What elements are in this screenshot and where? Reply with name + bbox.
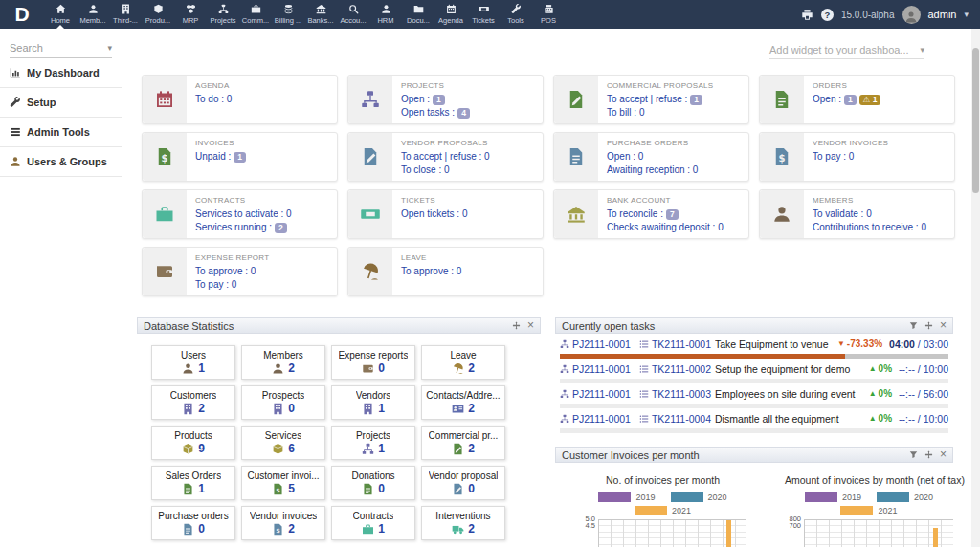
nav-item-memb[interactable]: Memb... (77, 0, 109, 29)
scrollbar-thumb[interactable] (972, 48, 979, 193)
close-icon[interactable]: × (527, 321, 534, 330)
nav-item-projects[interactable]: Projects (207, 0, 239, 29)
printer-icon[interactable] (801, 9, 813, 21)
legend-swatch (598, 492, 631, 502)
task-link[interactable]: TK2111-0003 (652, 388, 711, 400)
task-link[interactable]: TK2111-0001 (652, 339, 711, 350)
nav-item-tools[interactable]: Tools (500, 0, 532, 29)
stat-products[interactable]: Products 9 (151, 426, 235, 460)
widget-vendor-invoices[interactable]: VENDOR INVOICES To pay : 0 (759, 132, 955, 182)
close-icon[interactable]: × (940, 450, 947, 459)
stat-contacts-addre[interactable]: Contacts/Addre... 2 (421, 385, 505, 420)
nav-item-docu[interactable]: Docu... (402, 0, 434, 29)
sidebar-item-label: Admin Tools (27, 126, 90, 138)
widget-icon (143, 133, 187, 181)
stat-icon (182, 362, 194, 375)
panel-title: Curently open tasks (562, 320, 909, 332)
search-input[interactable] (10, 42, 94, 54)
app-logo[interactable]: D (0, 0, 44, 29)
nav-item-comm[interactable]: Comm... (239, 0, 272, 29)
chevron-down-icon[interactable] (964, 10, 969, 19)
task-link[interactable]: TK2111-0004 (652, 413, 711, 425)
nav-item-tickets[interactable]: Tickets (467, 0, 500, 29)
widget-status-line: Checks awaiting deposit : 0 (607, 221, 724, 234)
stat-projects[interactable]: Projects 1 (331, 426, 415, 460)
avatar[interactable] (902, 6, 921, 24)
sidebar: My Dashboard Setup Admin Tools Users & G… (0, 29, 122, 547)
nav-item-billing[interactable]: Billing ... (272, 0, 304, 29)
widget-contracts[interactable]: CONTRACTS Services to activate : 0Servic… (142, 189, 338, 239)
stat-vendors[interactable]: Vendors 1 (331, 385, 415, 420)
filter-icon[interactable] (909, 321, 918, 330)
sidebar-item-my-dashboard[interactable]: My Dashboard (0, 58, 122, 88)
stat-leave[interactable]: Leave 2 (421, 345, 505, 380)
bar-2021 (726, 520, 731, 547)
widget-agenda[interactable]: AGENDA To do : 0 (142, 75, 338, 124)
widget-commercial-proposals[interactable]: COMMERCIAL PROPOSALS To accept | refuse … (553, 75, 749, 124)
task-link[interactable]: TK2111-0002 (652, 363, 711, 375)
widget-members[interactable]: MEMBERS To validate : 0Contributions to … (759, 189, 955, 239)
widget-invoices[interactable]: INVOICES Unpaid : 1 (142, 132, 338, 182)
project-link[interactable]: PJ2111-0001 (572, 388, 631, 400)
task-list-icon (639, 364, 649, 374)
sidebar-item-users-groups[interactable]: Users & Groups (0, 147, 122, 177)
widget-purchase-orders[interactable]: PURCHASE ORDERS Open : 0Awaiting recepti… (553, 132, 749, 182)
widget-projects[interactable]: PROJECTS Open : 1Open tasks : 4 (347, 75, 544, 124)
stat-prospects[interactable]: Prospects 0 (241, 385, 325, 420)
nav-item-banks[interactable]: Banks... (304, 0, 337, 29)
sidebar-item-icon (10, 67, 21, 78)
stats-grid: Users 1 Members 2 Expense reports 0 Leav… (137, 334, 541, 540)
project-link[interactable]: PJ2111-0001 (572, 363, 631, 375)
stat-purchase-orders[interactable]: Purchase orders 0 (151, 506, 235, 540)
nav-item-agenda[interactable]: Agenda (434, 0, 467, 29)
panel-header: Curently open tasks × (555, 317, 953, 334)
filter-icon[interactable] (909, 450, 918, 459)
user-menu[interactable]: admin (928, 9, 957, 20)
chevron-down-icon[interactable] (107, 43, 112, 53)
project-icon (560, 339, 569, 349)
stat-vendor-proposal[interactable]: Vendor proposal 0 (421, 466, 505, 500)
project-link[interactable]: PJ2111-0001 (572, 413, 631, 425)
chart-title: Amount of invoices by month (net of tax) (785, 474, 953, 486)
nav-item-hrm[interactable]: HRM (369, 0, 402, 29)
vertical-scrollbar[interactable] (971, 29, 980, 547)
move-icon[interactable] (924, 450, 933, 459)
nav-item-third[interactable]: Third-... (109, 0, 142, 29)
stat-customers[interactable]: Customers 2 (151, 385, 235, 420)
widget-expense-report[interactable]: EXPENSE REPORT To approve : 0To pay : 0 (142, 247, 338, 296)
stat-users[interactable]: Users 1 (151, 345, 235, 380)
stat-commercial-pr[interactable]: Commercial pr... 2 (421, 426, 505, 460)
stat-contracts[interactable]: Contracts 1 (331, 506, 415, 540)
nav-item-accou[interactable]: Accou... (337, 0, 369, 29)
stat-value: 2 (288, 522, 295, 536)
stat-interventions[interactable]: Interventions 2 (421, 506, 505, 540)
stat-services[interactable]: Services 6 (241, 426, 325, 460)
task-label: Employees on site during event (715, 388, 869, 400)
widget-leave[interactable]: LEAVE To approve : 0 (347, 247, 544, 296)
move-icon[interactable] (512, 321, 521, 330)
widget-tickets[interactable]: TICKETS Open tickets : 0 (347, 189, 544, 239)
stat-members[interactable]: Members 2 (241, 345, 325, 380)
nav-item-produ[interactable]: Produ... (142, 0, 174, 29)
bar-2021 (933, 528, 938, 547)
stat-sales-orders[interactable]: Sales Orders 1 (151, 466, 235, 500)
stat-donations[interactable]: Donations 0 (331, 466, 415, 500)
stat-label: Commercial pr... (429, 430, 499, 441)
help-icon[interactable]: ? (821, 9, 834, 21)
add-widget-select[interactable]: Add widget to your dashboa... (769, 44, 924, 59)
stat-vendor-invoices[interactable]: Vendor invoices 2 (241, 506, 325, 540)
nav-item-mrp[interactable]: MRP (174, 0, 207, 29)
stat-customer-invoi[interactable]: Customer invoi... 5 (241, 466, 325, 500)
sidebar-item-setup[interactable]: Setup (0, 88, 122, 118)
nav-item-home[interactable]: Home (44, 0, 77, 29)
project-link[interactable]: PJ2111-0001 (572, 339, 631, 350)
stat-label: Vendor invoices (250, 511, 318, 521)
nav-item-pos[interactable]: POS (532, 0, 565, 29)
close-icon[interactable]: × (940, 321, 947, 330)
widget-bank-account[interactable]: BANK ACCOUNT To reconcile : 7Checks awai… (553, 189, 749, 239)
sidebar-item-admin-tools[interactable]: Admin Tools (0, 118, 122, 147)
widget-orders[interactable]: ORDERS Open : 1⚠ 1 (759, 75, 955, 124)
widget-vendor-proposals[interactable]: VENDOR PROPOSALS To accept | refuse : 0T… (347, 132, 544, 182)
stat-expense-reports[interactable]: Expense reports 0 (331, 345, 415, 380)
move-icon[interactable] (924, 321, 933, 330)
